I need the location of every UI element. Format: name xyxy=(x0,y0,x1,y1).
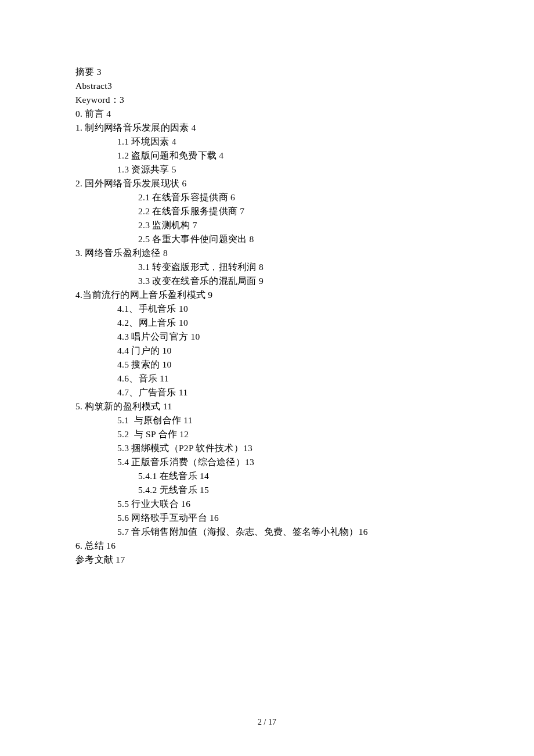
toc-references: 参考文献 17 xyxy=(75,553,459,567)
toc-section-5-3: 5.3 捆绑模式（P2P 软件技术）13 xyxy=(75,441,459,455)
toc-section-2-3: 2.3 监测机构 7 xyxy=(75,218,459,232)
toc-section-4-1: 4.1、手机音乐 10 xyxy=(75,302,459,316)
toc-abstract-en: Abstract3 xyxy=(75,79,459,93)
document-page: 摘要 3 Abstract3 Keyword：3 0. 前言 4 1. 制约网络… xyxy=(0,0,534,567)
toc-section-1-3: 1.3 资源共享 5 xyxy=(75,163,459,177)
toc-section-5-2: 5.2 与 SP 合作 12 xyxy=(75,427,459,441)
toc-section-6: 6. 总结 16 xyxy=(75,539,459,553)
toc-keyword: Keyword：3 xyxy=(75,93,459,107)
toc-section-4: 4.当前流行的网上音乐盈利模式 9 xyxy=(75,288,459,302)
toc-section-5-7: 5.7 音乐销售附加值（海报、杂志、免费、签名等小礼物）16 xyxy=(75,525,459,539)
toc-section-4-7: 4.7、广告音乐 11 xyxy=(75,386,459,399)
toc-preface: 0. 前言 4 xyxy=(75,107,459,121)
toc-section-5-4-1: 5.4.1 在线音乐 14 xyxy=(75,469,459,483)
toc-section-5-6: 5.6 网络歌手互动平台 16 xyxy=(75,511,459,525)
toc-section-3: 3. 网络音乐盈利途径 8 xyxy=(75,246,459,260)
toc-section-2: 2. 国外网络音乐发展现状 6 xyxy=(75,177,459,190)
toc-section-2-5: 2.5 各重大事件使问题突出 8 xyxy=(75,232,459,246)
toc-section-4-5: 4.5 搜索的 10 xyxy=(75,358,459,372)
toc-section-5-1: 5.1 与原创合作 11 xyxy=(75,413,459,427)
toc-abstract-zh: 摘要 3 xyxy=(75,65,459,79)
toc-section-1: 1. 制约网络音乐发展的因素 4 xyxy=(75,121,459,135)
toc-section-5-4-2: 5.4.2 无线音乐 15 xyxy=(75,483,459,497)
toc-section-3-3: 3.3 改变在线音乐的混乱局面 9 xyxy=(75,274,459,288)
toc-section-4-3: 4.3 唱片公司官方 10 xyxy=(75,330,459,344)
toc-section-5-4: 5.4 正版音乐消费（综合途径）13 xyxy=(75,455,459,469)
toc-section-4-2: 4.2、网上音乐 10 xyxy=(75,316,459,330)
toc-section-4-6: 4.6、音乐 11 xyxy=(75,372,459,386)
toc-section-3-1: 3.1 转变盗版形式，扭转利润 8 xyxy=(75,260,459,274)
page-number: 2 / 17 xyxy=(0,718,534,727)
toc-section-2-1: 2.1 在线音乐容提供商 6 xyxy=(75,190,459,204)
toc-section-5-5: 5.5 行业大联合 16 xyxy=(75,497,459,511)
toc-section-5: 5. 构筑新的盈利模式 11 xyxy=(75,399,459,413)
toc-section-2-2: 2.2 在线音乐服务提供商 7 xyxy=(75,204,459,218)
toc-section-4-4: 4.4 门户的 10 xyxy=(75,344,459,358)
toc-section-1-2: 1.2 盗版问题和免费下载 4 xyxy=(75,149,459,163)
toc-section-1-1: 1.1 环境因素 4 xyxy=(75,135,459,149)
